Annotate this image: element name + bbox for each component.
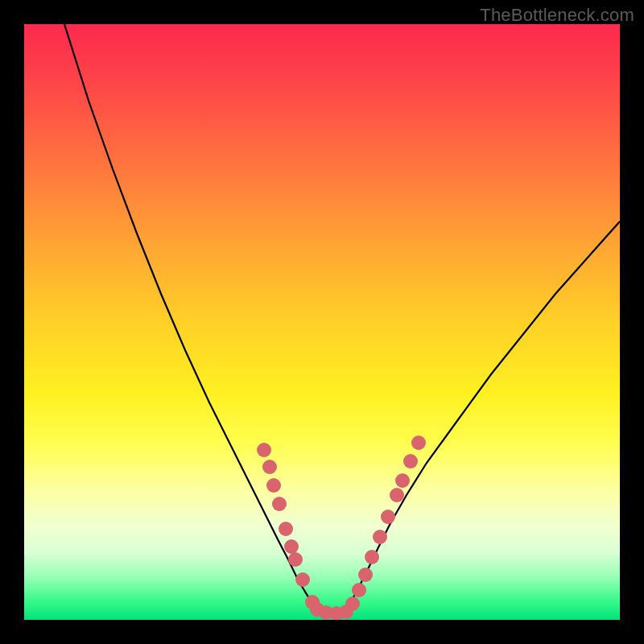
data-dot <box>272 497 287 511</box>
data-dot <box>390 488 404 502</box>
watermark-text: TheBottleneck.com <box>480 5 634 26</box>
data-dot <box>403 454 418 469</box>
data-dot <box>295 572 310 587</box>
data-dot <box>257 443 271 457</box>
data-dot <box>411 436 426 450</box>
data-dot <box>279 522 293 536</box>
curve-layer <box>24 24 620 620</box>
data-dot <box>373 530 387 544</box>
chart-stage: TheBottleneck.com <box>0 0 644 644</box>
data-dot <box>358 568 373 582</box>
data-dot <box>381 510 395 524</box>
right-curve-path <box>346 221 620 612</box>
data-dot <box>395 473 410 488</box>
left-curve-path <box>64 24 317 608</box>
data-dot <box>262 460 277 474</box>
data-dot <box>266 478 281 493</box>
data-dot <box>345 597 360 611</box>
data-dot <box>352 583 366 597</box>
data-dot <box>288 552 303 567</box>
data-dot <box>284 539 299 554</box>
plot-area <box>24 24 620 620</box>
dots-group <box>257 436 426 620</box>
data-dot <box>365 550 379 564</box>
